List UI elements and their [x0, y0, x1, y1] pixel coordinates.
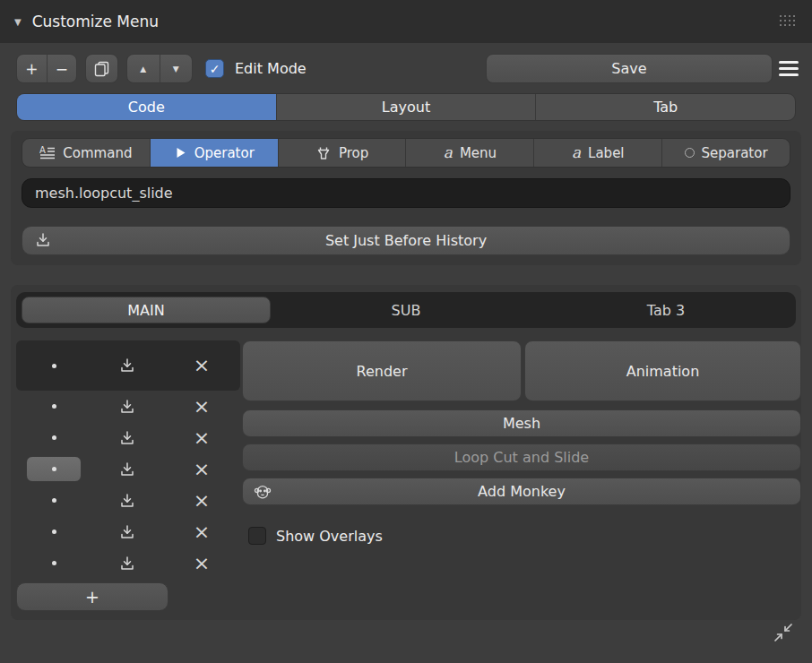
- hamburger-icon: [779, 61, 799, 64]
- type-tab-label: Command: [63, 145, 132, 161]
- menu-tabs: MAIN SUB Tab 3: [16, 292, 796, 328]
- edit-mode-checkbox[interactable]: ✓: [205, 59, 224, 78]
- panel-header: ▼ Customize Menu: [0, 0, 812, 43]
- type-tab-prop[interactable]: Prop: [278, 139, 406, 167]
- panel-collapse-triangle-icon[interactable]: ▼: [14, 17, 22, 27]
- download-icon: [118, 461, 136, 478]
- item-delete-button[interactable]: ×: [183, 550, 220, 576]
- menu-item-list: × × × × × × ×: [16, 340, 240, 579]
- type-tab-label: Menu: [460, 145, 497, 161]
- item-delete-button[interactable]: ×: [183, 487, 220, 513]
- item-dot-button[interactable]: [26, 550, 82, 576]
- loop-cut-and-slide-button[interactable]: Loop Cut and Slide: [242, 443, 801, 471]
- item-download-button[interactable]: [108, 393, 146, 419]
- type-tab-operator[interactable]: Operator: [150, 139, 278, 167]
- add-item-button[interactable]: +: [16, 582, 168, 611]
- customize-menu-panel: ▼ Customize Menu + − ▲ ▼ ✓ Edit Mode Sav…: [0, 0, 812, 663]
- dot-icon: [52, 467, 56, 471]
- item-download-button[interactable]: [108, 425, 146, 451]
- show-overlays-label: Show Overlays: [276, 525, 383, 547]
- duplicate-button[interactable]: [85, 54, 118, 83]
- menu-button[interactable]: [776, 56, 801, 81]
- item-dot-button[interactable]: [26, 456, 82, 482]
- item-download-button[interactable]: [108, 353, 146, 379]
- menu-item-row: ×: [16, 340, 240, 391]
- item-delete-button[interactable]: ×: [183, 456, 220, 482]
- tab-main[interactable]: MAIN: [22, 297, 271, 323]
- type-tab-menu[interactable]: a Menu: [405, 139, 533, 167]
- item-delete-button[interactable]: ×: [183, 519, 220, 545]
- item-download-button[interactable]: [108, 456, 146, 482]
- label-a-icon: a: [572, 145, 581, 160]
- dot-icon: [52, 435, 56, 440]
- item-download-button[interactable]: [108, 487, 146, 513]
- item-dot-button[interactable]: [26, 425, 82, 451]
- type-tab-command[interactable]: A Command: [22, 139, 150, 167]
- dot-icon: [52, 561, 56, 565]
- play-icon: [174, 146, 187, 159]
- separator-circle-icon: [685, 148, 695, 158]
- add-monkey-button[interactable]: Add Monkey: [242, 478, 801, 505]
- item-dot-button[interactable]: [26, 519, 82, 545]
- add-monkey-label: Add Monkey: [478, 483, 566, 500]
- dot-icon: [52, 530, 56, 534]
- remove-button[interactable]: −: [47, 55, 77, 82]
- download-icon: [118, 357, 136, 375]
- menu-item-row: ×: [16, 516, 240, 547]
- item-dot-button[interactable]: [26, 393, 82, 419]
- command-input[interactable]: [22, 178, 790, 208]
- dot-icon: [52, 404, 56, 409]
- menu-item-row: ×: [16, 391, 240, 422]
- dot-icon: [52, 364, 56, 368]
- command-icon: A: [39, 145, 56, 161]
- item-dot-button[interactable]: [26, 353, 82, 379]
- type-tab-label: Operator: [194, 145, 255, 161]
- move-group: ▲ ▼: [126, 54, 193, 83]
- animation-button[interactable]: Animation: [524, 340, 801, 401]
- svg-text:A: A: [39, 145, 46, 155]
- move-up-button[interactable]: ▲: [127, 55, 160, 82]
- type-tab-label: Label: [588, 145, 624, 161]
- collapse-region-button[interactable]: [771, 620, 796, 645]
- edit-mode-label: Edit Mode: [235, 54, 307, 83]
- menu-a-icon: a: [444, 145, 453, 160]
- set-history-button[interactable]: Set Just Before History: [22, 226, 790, 255]
- type-tab-label-item[interactable]: a Label: [533, 139, 661, 167]
- menu-item-row: ×: [16, 547, 240, 579]
- item-dot-button[interactable]: [26, 487, 82, 513]
- prop-socket-icon: [315, 145, 332, 161]
- drag-handle-icon[interactable]: [780, 15, 798, 29]
- item-delete-button[interactable]: ×: [183, 353, 220, 379]
- add-button[interactable]: +: [17, 55, 47, 82]
- item-download-button[interactable]: [108, 550, 146, 576]
- view-tabs: Code Layout Tab: [16, 93, 796, 121]
- item-delete-button[interactable]: ×: [183, 425, 220, 451]
- save-button[interactable]: Save: [486, 54, 773, 83]
- download-icon: [34, 231, 52, 249]
- menu-item-row: ×: [16, 422, 240, 453]
- tab-sub[interactable]: SUB: [276, 292, 536, 328]
- mesh-button[interactable]: Mesh: [242, 409, 801, 437]
- show-overlays-checkbox[interactable]: [248, 527, 266, 545]
- collapse-arrows-icon: [773, 622, 794, 643]
- download-icon: [118, 492, 136, 510]
- move-down-button[interactable]: ▼: [160, 55, 193, 82]
- item-download-button[interactable]: [108, 519, 146, 545]
- panel-title: Customize Menu: [32, 13, 159, 30]
- download-icon: [118, 429, 136, 447]
- render-button[interactable]: Render: [242, 340, 522, 401]
- type-tab-separator[interactable]: Separator: [661, 139, 790, 167]
- type-tab-label: Prop: [339, 145, 368, 161]
- tab-tab[interactable]: Tab: [535, 94, 795, 120]
- download-icon: [118, 398, 136, 416]
- download-icon: [118, 555, 136, 573]
- item-type-tabs: A Command Operator Prop: [22, 138, 790, 168]
- type-tab-label: Separator: [702, 145, 768, 161]
- tab-code[interactable]: Code: [17, 94, 276, 120]
- tab-3[interactable]: Tab 3: [536, 292, 796, 328]
- duplicate-icon: [94, 61, 109, 77]
- monkey-icon: [254, 484, 272, 501]
- tab-layout[interactable]: Layout: [276, 94, 536, 120]
- item-delete-button[interactable]: ×: [183, 393, 220, 419]
- download-icon: [118, 523, 136, 541]
